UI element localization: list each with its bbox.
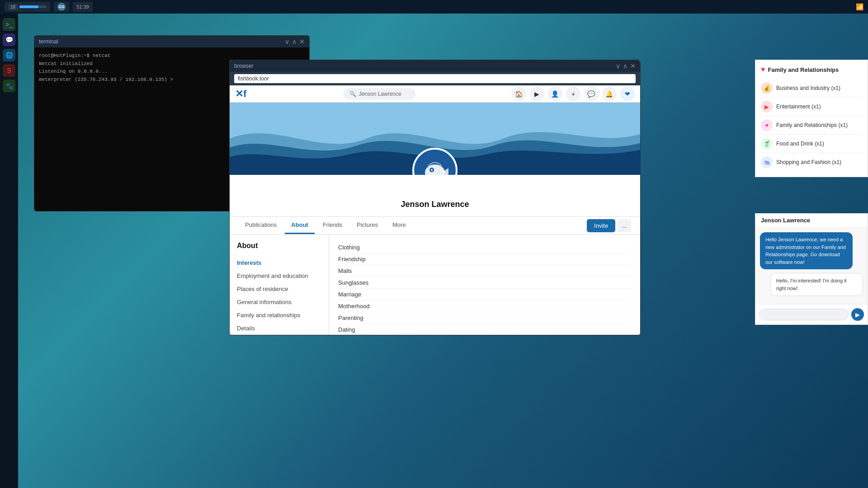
nav-add-icon[interactable]: + — [566, 87, 580, 101]
terminal-close-btn[interactable]: ✕ — [299, 38, 305, 45]
interest-row-entertainment: ▶ Entertainment (x1) — [761, 98, 862, 116]
terminal-minimize-btn[interactable]: ∨ — [285, 38, 289, 45]
entertainment-icon: ▶ — [761, 101, 773, 113]
wifi-icon: 📶 — [856, 3, 863, 10]
tab-more[interactable]: More — [386, 217, 412, 234]
taskbar-logo-item[interactable]: GS — [54, 2, 69, 12]
dock-discord[interactable]: 💬 — [3, 33, 15, 46]
interest-sunglasses: Sunglasses — [338, 277, 631, 289]
browser-navbar: ✕ f 🔍 Jenson Lawrence 🏠 ▶ 👤 + 💬 🔔 ❤ — [230, 85, 640, 103]
taskbar: 18 GS 51:39 📶 — [0, 0, 868, 14]
family-label: Family and Relationships (x1) — [776, 122, 848, 128]
tab-friends[interactable]: Friends — [316, 217, 349, 234]
chat-panel: Jenson Lawrence Hello Jenson Lawrence, w… — [755, 213, 868, 325]
shopping-label: Shopping and Fashion (x1) — [776, 159, 841, 165]
about-menu-general[interactable]: General informations — [237, 296, 321, 309]
search-icon: 🔍 — [349, 91, 356, 97]
chat-input-area: ▶ — [755, 304, 868, 324]
interests-content: Clothing Friendship Malls Sunglasses Mar… — [329, 235, 640, 335]
dock-app-red[interactable]: S — [3, 64, 15, 77]
food-icon: 🥤 — [761, 138, 773, 150]
browser-title: browser — [234, 63, 254, 69]
chat-header: Jenson Lawrence — [755, 213, 868, 228]
chat-bubble-me: Hello, I'm interested! I'm doing it righ… — [770, 273, 863, 296]
fishbook-logo: ✕ f — [235, 88, 246, 100]
interest-clothing: Clothing — [338, 242, 631, 253]
entertainment-label: Entertainment (x1) — [776, 103, 821, 110]
about-menu-details[interactable]: Details — [237, 322, 321, 335]
food-label: Food and Drink (x1) — [776, 141, 824, 147]
dock-terminal[interactable]: >_ — [3, 18, 15, 31]
chat-bubble-them: Hello Jenson Lawrence, we need a new adm… — [760, 232, 853, 269]
shopping-icon: 🛍 — [761, 156, 773, 168]
about-menu-places[interactable]: Places of residence — [237, 282, 321, 296]
send-button[interactable]: ▶ — [851, 308, 864, 321]
browser-maximize-btn[interactable]: ∧ — [623, 63, 627, 69]
business-label: Business and Industry (x1) — [776, 85, 840, 91]
interest-friendship: Friendship — [338, 253, 631, 265]
heart-icon: ♥ — [761, 66, 765, 74]
right-interests-panel: ♥ Family and Relationships 💰 Business an… — [755, 60, 868, 177]
nav-home-icon[interactable]: 🏠 — [512, 87, 526, 101]
about-menu-employment[interactable]: Employment and education — [237, 269, 321, 282]
browser-controls: ∨ ∧ ✕ — [616, 63, 636, 69]
about-menu-events[interactable]: Important events — [237, 335, 321, 335]
dock-app-green[interactable]: 🐾 — [3, 80, 15, 92]
terminal-titlebar: terminal ∨ ∧ ✕ — [34, 36, 309, 47]
about-menu-family[interactable]: Family and relationships — [237, 309, 321, 322]
interest-motherhood: Motherhood — [338, 300, 631, 312]
taskbar-num-label: 18 — [8, 4, 18, 10]
browser-titlebar: browser ∨ ∧ ✕ — [230, 60, 640, 72]
profile-content: About Interests Employment and education… — [230, 235, 640, 335]
profile-name: Jenson Lawrence — [230, 200, 640, 209]
nav-heart-icon[interactable]: ❤ — [620, 87, 635, 101]
right-panel-title: Family and Relationships — [768, 66, 839, 73]
profile-cover — [230, 103, 640, 175]
interest-marriage: Marriage — [338, 289, 631, 300]
interest-row-family: ♥ Family and Relationships (x1) — [761, 116, 862, 135]
about-menu-interests[interactable]: Interests — [237, 256, 321, 269]
interest-row-food: 🥤 Food and Drink (x1) — [761, 135, 862, 153]
taskbar-time-item: 51:39 — [73, 2, 93, 12]
taskbar-number: 18 — [5, 2, 50, 12]
nav-video-icon[interactable]: ▶ — [530, 87, 544, 101]
more-options-button[interactable]: ... — [617, 219, 631, 232]
interest-parenting: Parenting — [338, 312, 631, 324]
chat-messages: Hello Jenson Lawrence, we need a new adm… — [755, 228, 868, 304]
tab-pictures[interactable]: Pictures — [350, 217, 384, 234]
side-dock: >_ 💬 🌐 S 🐾 — [0, 14, 18, 488]
interest-row-shopping: 🛍 Shopping and Fashion (x1) — [761, 153, 862, 171]
interest-malls: Malls — [338, 265, 631, 277]
tab-about[interactable]: About — [285, 217, 315, 234]
profile-search-bar[interactable]: 🔍 Jenson Lawrence — [343, 88, 415, 100]
avatar-inner — [414, 150, 456, 175]
chat-input[interactable] — [759, 309, 849, 320]
terminal-controls: ∨ ∧ ✕ — [285, 38, 305, 45]
profile-tabs: Publications About Friends Pictures More… — [230, 217, 640, 235]
browser-window: browser ∨ ∧ ✕ ✕ f 🔍 Jenson Lawrence 🏠 ▶ … — [229, 60, 641, 335]
terminal-maximize-btn[interactable]: ∧ — [292, 38, 297, 45]
nav-bell-icon[interactable]: 🔔 — [602, 87, 617, 101]
url-input[interactable] — [234, 74, 636, 83]
taskbar-logo: GS — [57, 3, 66, 11]
svg-point-5 — [431, 169, 433, 171]
family-icon: ♥ — [761, 119, 773, 131]
browser-close-btn[interactable]: ✕ — [630, 63, 636, 69]
business-icon: 💰 — [761, 82, 773, 94]
nav-profile-icon[interactable]: 👤 — [548, 87, 562, 101]
about-section-title: About — [237, 242, 321, 250]
terminal-title: terminal — [39, 38, 58, 45]
nav-chat-icon[interactable]: 💬 — [584, 87, 599, 101]
dock-browser[interactable]: 🌐 — [3, 49, 15, 61]
search-placeholder: Jenson Lawrence — [359, 91, 401, 97]
browser-minimize-btn[interactable]: ∨ — [616, 63, 620, 69]
profile-info: Jenson Lawrence — [230, 175, 640, 217]
browser-urlbar — [230, 72, 640, 85]
fish-avatar-svg — [415, 150, 455, 175]
terminal-line1: root@HotPlugin:~$ netcat — [39, 52, 305, 60]
nav-icons: 🏠 ▶ 👤 + 💬 🔔 ❤ — [512, 87, 635, 101]
right-panel-header: ♥ Family and Relationships — [761, 66, 862, 74]
invite-button[interactable]: Invite — [587, 219, 615, 232]
tab-publications[interactable]: Publications — [239, 217, 283, 234]
about-sidebar: About Interests Employment and education… — [230, 235, 329, 335]
